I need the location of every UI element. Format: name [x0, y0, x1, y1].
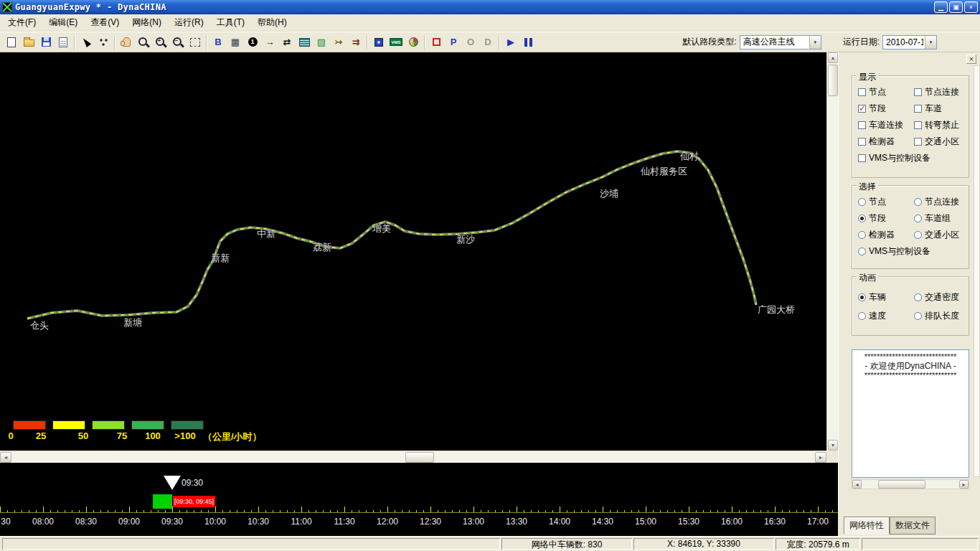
- edit-lanes-button[interactable]: [296, 34, 313, 50]
- link-style-button[interactable]: B: [209, 34, 227, 50]
- map-vertical-scrollbar[interactable]: ▲ ▼: [826, 52, 838, 451]
- report-button[interactable]: [55, 34, 72, 50]
- select-nodes-icon: [99, 38, 108, 47]
- map-horizontal-scrollbar[interactable]: ◄ ►: [0, 451, 826, 463]
- scroll-left-icon[interactable]: ◄: [0, 452, 11, 463]
- chevron-down-icon[interactable]: ▼: [925, 36, 936, 49]
- select-radio-detector[interactable]: 检测器: [858, 230, 913, 240]
- panel-horizontal-scrollbar[interactable]: ◄ ►: [852, 479, 969, 489]
- edit-hatch-button[interactable]: ▨: [313, 34, 330, 50]
- timeline-label: 12:30: [420, 517, 441, 527]
- menu-network[interactable]: 网络(N): [126, 14, 168, 31]
- pause-simulation-button[interactable]: [519, 34, 537, 50]
- display-checkbox-lane[interactable]: 车道: [914, 104, 967, 113]
- run-date-combo[interactable]: 2010-07-14 ▼: [882, 35, 937, 50]
- parking-button[interactable]: P: [445, 34, 462, 50]
- add-connector-button[interactable]: ↣: [330, 34, 347, 50]
- timeline-label: 16:00: [721, 517, 743, 527]
- restore-button[interactable]: ▣: [949, 1, 963, 13]
- scroll-right-icon[interactable]: ►: [815, 452, 826, 463]
- new-file-button[interactable]: [3, 34, 20, 50]
- destination-button[interactable]: D: [479, 34, 496, 50]
- display-checkbox-lane-link[interactable]: 车道连接: [858, 121, 913, 130]
- add-link-button[interactable]: →: [261, 34, 278, 50]
- open-file-button[interactable]: [20, 34, 37, 50]
- select-cursor-button[interactable]: [77, 34, 95, 50]
- select-radio-vms-devices[interactable]: VMS与控制设备: [858, 247, 967, 256]
- panel-hscroll-thumb[interactable]: [878, 480, 925, 489]
- zoom-window-icon: [138, 37, 150, 48]
- radio-lane-group: [914, 215, 922, 222]
- scroll-up-icon[interactable]: ▲: [828, 52, 838, 63]
- animation-radio-speed[interactable]: 速度: [858, 311, 913, 321]
- tab-network-properties[interactable]: 网络特性: [844, 517, 890, 534]
- checkbox-detector: [858, 138, 866, 146]
- vms-button[interactable]: VMS: [387, 34, 405, 50]
- select-nodes-button[interactable]: [95, 34, 112, 50]
- detector-button[interactable]: [370, 34, 387, 50]
- add-connector-icon: ↣: [335, 37, 343, 47]
- zoom-fit-button[interactable]: [187, 34, 204, 50]
- select-radio-segment[interactable]: 节段: [858, 214, 913, 223]
- display-checkbox-vms-devices[interactable]: VMS与控制设备: [858, 154, 967, 163]
- select-radio-node-link[interactable]: 节点连接: [914, 197, 967, 207]
- tab-data-files[interactable]: 数据文件: [890, 517, 936, 534]
- origin-button[interactable]: O: [462, 34, 479, 50]
- message-listbox[interactable]: ******************************- 欢迎使用Dyna…: [852, 349, 969, 478]
- scroll-right-icon[interactable]: ►: [959, 480, 969, 489]
- zoom-window-button[interactable]: [135, 34, 152, 50]
- display-checkbox-turn-ban[interactable]: 转弯禁止: [914, 121, 967, 130]
- chevron-down-icon[interactable]: ▼: [809, 36, 821, 49]
- scroll-left-icon[interactable]: ◄: [852, 480, 862, 489]
- map-label: 新塘: [123, 316, 142, 329]
- add-two-way-link-icon: ⇄: [283, 37, 291, 47]
- map-canvas[interactable]: 仓头新塘新新中新荔新增美新沙沙埔仙村服务区仙村广园大桥 0255075100>1…: [0, 52, 826, 451]
- default-segment-type-combo[interactable]: 高速公路主线 ▼: [740, 35, 821, 50]
- display-checkbox-detector[interactable]: 检测器: [858, 137, 913, 146]
- grid-icon: ▦: [231, 37, 240, 47]
- listbox-line: - 欢迎使用DynaCHINA -: [852, 362, 969, 371]
- menu-run[interactable]: 运行(R): [168, 14, 210, 31]
- listbox-line: ******************************: [852, 352, 969, 362]
- save-button[interactable]: [37, 34, 55, 50]
- zoom-in-button[interactable]: +: [152, 34, 169, 50]
- select-radio-node[interactable]: 节点: [858, 197, 913, 207]
- menu-tools[interactable]: 工具(T): [210, 14, 251, 31]
- animation-radio-queue-length[interactable]: 排队长度: [914, 311, 967, 321]
- select-radio-zone[interactable]: 交通小区: [914, 230, 967, 240]
- map-vscroll-thumb[interactable]: [828, 65, 838, 96]
- close-button[interactable]: ×: [964, 1, 978, 13]
- display-checkbox-node-link[interactable]: 节点连接: [914, 88, 967, 97]
- panel-close-button[interactable]: ×: [966, 55, 976, 64]
- animation-radio-vehicle[interactable]: 车辆: [858, 293, 913, 302]
- menu-view[interactable]: 查看(V): [84, 14, 126, 31]
- animation-radio-density[interactable]: 交通密度: [914, 293, 967, 302]
- add-two-way-link-button[interactable]: ⇄: [278, 34, 296, 50]
- select-radio-lane-group[interactable]: 车道组: [914, 214, 967, 223]
- app-logo-icon: [2, 2, 12, 12]
- scroll-down-icon[interactable]: ▼: [828, 440, 838, 451]
- run-simulation-button[interactable]: ▶: [502, 34, 519, 50]
- menu-help[interactable]: 帮助(H): [251, 14, 293, 31]
- control-panel: × 显示 节点节点连接节段车道车道连接转弯禁止检测器交通小区VMS与控制设备 选…: [838, 52, 980, 509]
- pan-button[interactable]: [118, 34, 135, 50]
- panel-vertical-scrollbar[interactable]: [974, 65, 980, 477]
- toolbar-separator: [74, 35, 75, 50]
- zoom-out-button[interactable]: −: [169, 34, 187, 50]
- minimize-button[interactable]: ▁: [934, 1, 948, 13]
- timeline[interactable]: 3008:0008:3009:0009:3010:0010:3011:0011:…: [0, 463, 838, 536]
- signal-control-button[interactable]: [405, 34, 422, 50]
- grid-button[interactable]: ▦: [227, 34, 244, 50]
- prohibit-button[interactable]: [428, 34, 445, 50]
- display-checkbox-segment[interactable]: 节段: [858, 104, 913, 113]
- add-node-button[interactable]: 1: [244, 34, 261, 50]
- menu-edit[interactable]: 编辑(E): [42, 14, 84, 31]
- timeline-label: 13:00: [463, 517, 484, 527]
- display-checkbox-node[interactable]: 节点: [858, 88, 913, 97]
- add-turn-button[interactable]: ⇉: [347, 34, 364, 50]
- map-hscroll-thumb[interactable]: [405, 452, 434, 463]
- toolbar: +−B▦1→⇄▨↣⇉VMSPOD▶ 默认路段类型: 高速公路主线 ▼ 运行日期:…: [0, 32, 980, 52]
- display-checkbox-zone[interactable]: 交通小区: [914, 137, 967, 146]
- menu-file[interactable]: 文件(F): [1, 14, 42, 31]
- timeline-playhead-icon[interactable]: [164, 476, 181, 490]
